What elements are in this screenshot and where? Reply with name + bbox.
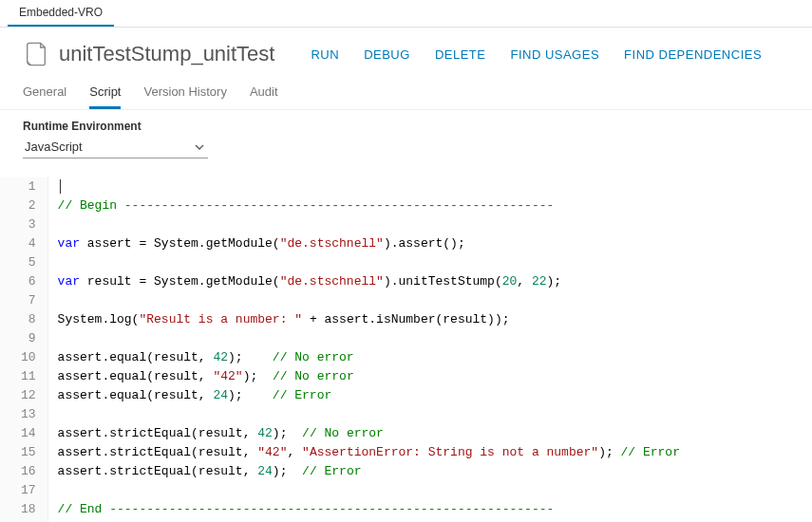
line-number: 9: [21, 329, 36, 348]
code-line[interactable]: var result = System.getModule("de.stschn…: [58, 272, 680, 291]
code-line[interactable]: [58, 215, 680, 234]
line-number: 12: [21, 386, 36, 405]
line-number: 6: [21, 272, 36, 291]
line-number: 3: [21, 215, 36, 234]
line-number: 5: [21, 253, 36, 272]
code-line[interactable]: [58, 481, 680, 500]
code-line[interactable]: [58, 177, 680, 196]
run-button[interactable]: RUN: [311, 47, 339, 62]
line-number: 14: [21, 424, 36, 443]
line-number: 4: [21, 234, 36, 253]
line-number: 1: [21, 177, 36, 196]
line-number: 15: [21, 443, 36, 462]
code-line[interactable]: [58, 253, 680, 272]
runtime-environment-value: JavaScript: [25, 140, 83, 154]
code-line[interactable]: // Begin -------------------------------…: [58, 196, 680, 215]
sub-tab-bar: General Script Version History Audit: [0, 75, 812, 110]
code-editor[interactable]: 12345678910111213141516171819 // Begin -…: [0, 170, 812, 522]
line-number: 18: [21, 500, 36, 519]
top-tab-embedded-vro[interactable]: Embedded-VRO: [8, 0, 114, 27]
code-line[interactable]: var assert = System.getModule("de.stschn…: [58, 234, 680, 253]
line-number: 2: [21, 196, 36, 215]
line-number: 10: [21, 348, 36, 367]
line-number: 16: [21, 462, 36, 481]
line-number: 8: [21, 310, 36, 329]
line-number: 7: [21, 291, 36, 310]
tab-general[interactable]: General: [23, 81, 66, 109]
line-number: 17: [21, 481, 36, 500]
find-dependencies-button[interactable]: FIND DEPENDENCIES: [624, 47, 762, 62]
page-title: unitTestStump_unitTest: [59, 42, 274, 66]
text-cursor: [60, 179, 61, 194]
chevron-down-icon: [195, 144, 204, 150]
script-icon: [23, 41, 49, 67]
code-line[interactable]: assert.equal(result, 24); // Error: [58, 386, 680, 405]
code-line[interactable]: assert.strictEqual(result, 24); // Error: [58, 462, 680, 481]
code-content[interactable]: // Begin -------------------------------…: [48, 177, 680, 522]
runtime-environment-section: Runtime Environment JavaScript: [0, 110, 812, 162]
line-number: 11: [21, 367, 36, 386]
code-line[interactable]: assert.equal(result, 42); // No error: [58, 348, 680, 367]
tab-version-history[interactable]: Version History: [143, 81, 226, 109]
find-usages-button[interactable]: FIND USAGES: [510, 47, 599, 62]
code-line[interactable]: // End ---------------------------------…: [58, 500, 680, 519]
code-line[interactable]: assert.equal(result, "42"); // No error: [58, 367, 680, 386]
code-line[interactable]: assert.strictEqual(result, 42); // No er…: [58, 424, 680, 443]
tab-script[interactable]: Script: [89, 81, 121, 109]
tab-audit[interactable]: Audit: [250, 81, 278, 109]
delete-button[interactable]: DELETE: [435, 47, 486, 62]
debug-button[interactable]: DEBUG: [364, 47, 410, 62]
code-line[interactable]: System.log("Result is a number: " + asse…: [58, 310, 680, 329]
runtime-environment-select[interactable]: JavaScript: [23, 137, 208, 158]
code-line[interactable]: [58, 405, 680, 424]
runtime-environment-label: Runtime Environment: [23, 120, 789, 133]
line-number: 13: [21, 405, 36, 424]
top-tab-bar: Embedded-VRO: [0, 0, 812, 28]
line-number-gutter: 12345678910111213141516171819: [0, 177, 48, 522]
action-bar: RUN DEBUG DELETE FIND USAGES FIND DEPEND…: [311, 47, 762, 62]
code-line[interactable]: [58, 291, 680, 310]
code-line[interactable]: assert.strictEqual(result, "42", "Assert…: [58, 443, 680, 462]
code-line[interactable]: [58, 329, 680, 348]
header: unitTestStump_unitTest RUN DEBUG DELETE …: [0, 28, 812, 75]
